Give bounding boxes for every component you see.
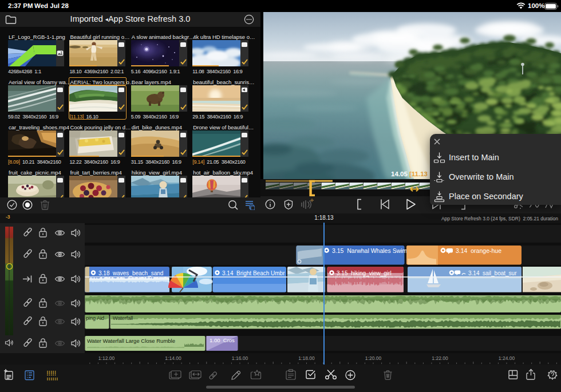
svg-text:Water Waterfall Large Close Ru: Water Waterfall Large Close Rumble: [87, 338, 175, 344]
svg-text:ping Aid: ping Aid: [86, 315, 104, 321]
svg-text:1.00 Cros: 1.00 Cros: [210, 337, 235, 343]
svg-text:3.18 waves_beach_sand: 3.18 waves_beach_sand: [98, 270, 163, 276]
svg-text:Waterfall: Waterfall: [113, 315, 133, 321]
svg-text:3.14 sail_boat_sur: 3.14 sail_boat_sur: [468, 270, 517, 276]
svg-text:3.14 orange-hue: 3.14 orange-hue: [456, 247, 501, 254]
svg-text:3.15 hiking_view_girl: 3.15 hiking_view_girl: [337, 270, 392, 276]
svg-text:3.15 Narwhal Whales Swim: 3.15 Narwhal Whales Swim: [332, 247, 408, 254]
svg-text:3.14 Bright Beach Umbr: 3.14 Bright Beach Umbr: [222, 270, 285, 276]
